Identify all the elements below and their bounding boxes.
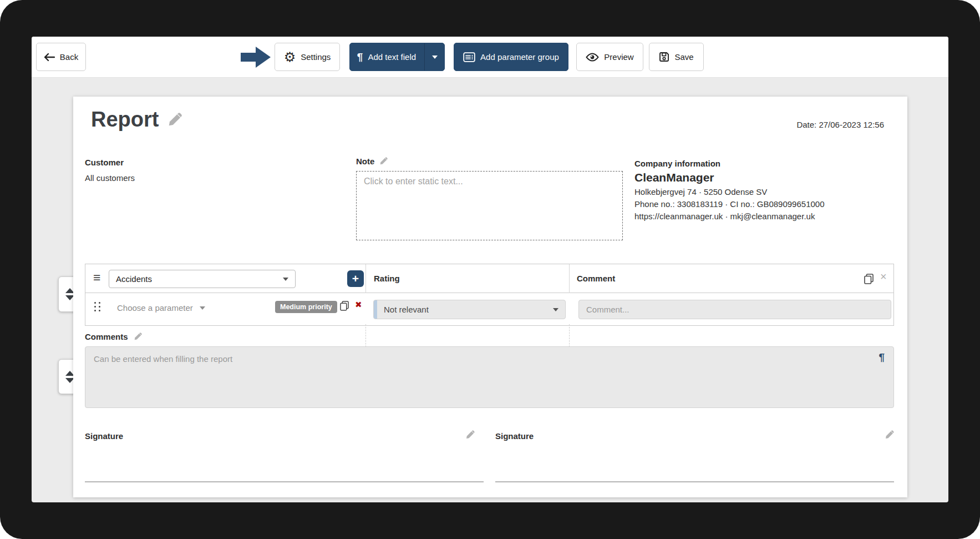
add-parameter-group-button[interactable]: Add parameter group xyxy=(454,43,568,71)
parameter-group-icon xyxy=(463,52,475,62)
gear-icon: ⚙ xyxy=(284,51,296,64)
rating-column-header: Rating xyxy=(374,274,400,283)
plus-icon: + xyxy=(352,272,359,285)
signature-right-label: Signature xyxy=(495,431,534,441)
parameter-row: Choose a parameter Medium priority ✖ Not… xyxy=(85,293,893,326)
company-information: Company information CleanManager Holkebj… xyxy=(634,158,825,223)
back-arrow-icon xyxy=(44,53,55,62)
note-label: Note xyxy=(356,157,374,166)
drag-handle-icon[interactable] xyxy=(94,302,100,311)
group-select-value: Accidents xyxy=(116,274,152,284)
company-phone: Phone no.: 3308183119 · CI no.: GB089099… xyxy=(634,198,825,210)
signature-right-line xyxy=(495,481,894,482)
eye-icon xyxy=(586,53,599,62)
preview-label: Preview xyxy=(604,52,633,62)
add-text-field-dropdown[interactable] xyxy=(424,43,444,70)
chevron-down-icon xyxy=(432,56,438,59)
rating-select[interactable]: Not relevant xyxy=(373,300,566,319)
back-button[interactable]: Back xyxy=(36,43,86,71)
edit-signature-left-pencil-icon[interactable] xyxy=(465,430,475,440)
column-divider xyxy=(569,264,570,293)
save-button[interactable]: Save xyxy=(649,43,704,71)
group-select[interactable]: Accidents xyxy=(109,270,296,288)
preview-button[interactable]: Preview xyxy=(576,43,643,71)
comments-label-row: Comments xyxy=(85,332,143,341)
note-label-row: Note xyxy=(356,157,388,166)
customer-value: All customers xyxy=(85,173,135,183)
comment-column-header: Comment xyxy=(577,274,615,283)
chevron-down-icon xyxy=(283,278,288,281)
pilcrow-icon: ¶ xyxy=(357,51,363,63)
company-info-label: Company information xyxy=(634,158,825,170)
add-parameter-group-label: Add parameter group xyxy=(480,52,559,62)
chevron-down-icon xyxy=(200,306,205,310)
chevron-down-icon xyxy=(553,308,558,311)
comment-placeholder: Comment... xyxy=(586,305,629,314)
add-text-field-label: Add text field xyxy=(368,52,416,62)
duplicate-parameter-icon[interactable] xyxy=(340,301,349,311)
edit-title-pencil-icon[interactable] xyxy=(166,112,183,128)
rating-select-value: Not relevant xyxy=(384,305,429,314)
remove-parameter-icon[interactable]: ✖ xyxy=(355,300,362,310)
report-date: Date: 27/06-2023 12:56 xyxy=(796,120,884,129)
page-title: Report xyxy=(91,108,183,132)
app-window: Back ⚙ Settings ¶ Add text field xyxy=(32,37,948,502)
rating-select-accent xyxy=(374,300,377,319)
priority-badge: Medium priority xyxy=(275,301,337,313)
report-title-text: Report xyxy=(91,108,159,132)
back-label: Back xyxy=(60,52,78,62)
edit-comments-pencil-icon[interactable] xyxy=(133,332,143,341)
group-menu-icon[interactable]: ≡ xyxy=(93,270,100,285)
note-static-text-field[interactable]: Click to enter static text... xyxy=(356,171,623,240)
settings-button[interactable]: ⚙ Settings xyxy=(275,43,340,71)
parameter-select[interactable]: Choose a parameter xyxy=(117,303,205,313)
company-name: CleanManager xyxy=(634,172,825,184)
save-icon xyxy=(659,52,669,62)
duplicate-group-icon[interactable] xyxy=(864,274,874,284)
comment-input[interactable]: Comment... xyxy=(578,300,891,319)
signature-left-line xyxy=(85,481,484,482)
parameter-placeholder: Choose a parameter xyxy=(117,303,193,313)
column-divider xyxy=(365,264,366,293)
pointer-arrow-icon xyxy=(241,47,271,68)
company-web: https://cleanmanager.uk · mkj@cleanmanag… xyxy=(634,210,825,223)
comments-field[interactable]: Can be entered when filling the report ¶ xyxy=(85,346,894,408)
company-address: Holkebjergvej 74 · 5250 Odense SV xyxy=(634,186,825,198)
parameter-group-header: ≡ Accidents + Rating Comment × xyxy=(85,264,893,293)
toolbar: Back ⚙ Settings ¶ Add text field xyxy=(32,37,948,78)
edit-signature-right-pencil-icon[interactable] xyxy=(884,430,895,440)
add-text-field-button[interactable]: ¶ Add text field xyxy=(349,43,445,71)
app-frame: Back ⚙ Settings ¶ Add text field xyxy=(0,0,980,539)
report-card: Report Date: 27/06-2023 12:56 Customer A… xyxy=(73,97,907,497)
remove-group-icon[interactable]: × xyxy=(880,270,887,283)
comments-placeholder: Can be entered when filling the report xyxy=(94,354,232,364)
customer-label: Customer xyxy=(85,158,124,167)
parameter-group: ≡ Accidents + Rating Comment × xyxy=(85,264,894,326)
edit-note-pencil-icon[interactable] xyxy=(379,157,388,166)
save-label: Save xyxy=(674,52,693,62)
note-placeholder: Click to enter static text... xyxy=(364,177,463,186)
signature-left-label: Signature xyxy=(85,431,123,441)
add-parameter-button[interactable]: + xyxy=(347,270,364,287)
text-field-pilcrow-icon: ¶ xyxy=(879,351,885,364)
settings-label: Settings xyxy=(301,52,331,62)
comments-label: Comments xyxy=(85,332,128,341)
